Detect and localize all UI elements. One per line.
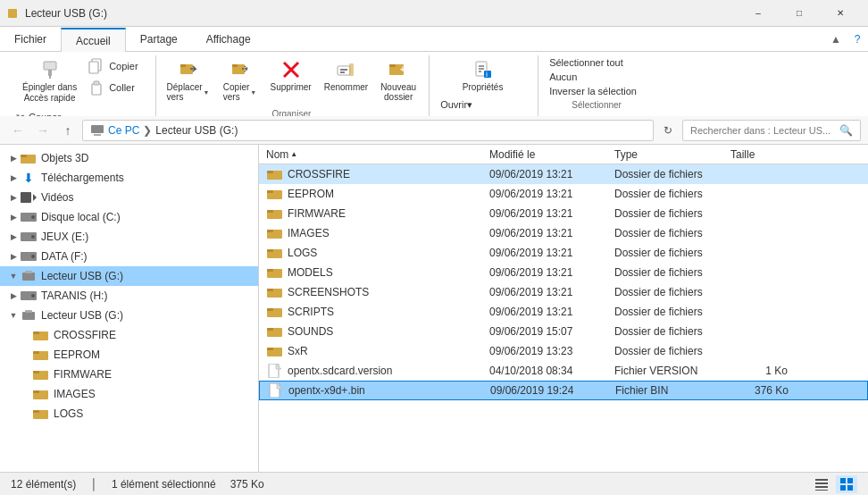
col-header-modified[interactable]: Modifié le bbox=[482, 145, 607, 164]
sidebar-item-logs-tree[interactable]: LOGS bbox=[0, 404, 258, 424]
breadcrumb-cepc[interactable]: Ce PC bbox=[108, 124, 139, 137]
expand-arrow-jeux[interactable]: ▶ bbox=[7, 232, 20, 241]
file-modified: 09/06/2019 13:21 bbox=[482, 168, 607, 180]
nouveau-dossier-button[interactable]: + Nouveaudossier bbox=[375, 55, 421, 105]
table-row[interactable]: CROSSFIRE 09/06/2019 13:21 Dossier de fi… bbox=[259, 164, 868, 184]
table-row[interactable]: IMAGES 09/06/2019 13:21 Dossier de fichi… bbox=[259, 223, 868, 243]
sidebar-item-objets3d[interactable]: ▶ Objets 3D bbox=[0, 148, 258, 168]
tout-selectionner-button[interactable]: Sélectionner tout bbox=[544, 55, 649, 70]
aucun-button[interactable]: Aucun bbox=[544, 70, 649, 84]
coller-button[interactable]: Coller bbox=[84, 77, 141, 98]
table-row[interactable]: MODELS 09/06/2019 13:21 Dossier de fichi… bbox=[259, 263, 868, 282]
deplacer-arrow: ▼ bbox=[204, 89, 210, 96]
tab-affichage[interactable]: Affichage bbox=[192, 27, 265, 51]
file-type: Dossier de fichiers bbox=[607, 227, 723, 239]
expand-arrow-telechargements[interactable]: ▶ bbox=[7, 173, 20, 182]
sidebar-label-telechargements: Téléchargements bbox=[41, 172, 258, 184]
deplacer-label: Déplacervers bbox=[167, 82, 203, 102]
table-row[interactable]: EEPROM 09/06/2019 13:21 Dossier de fichi… bbox=[259, 184, 868, 204]
table-row[interactable]: SxR 09/06/2019 13:23 Dossier de fichiers bbox=[259, 341, 868, 361]
file-name-cell: CROSSFIRE bbox=[259, 167, 482, 181]
minimize-button[interactable]: – bbox=[738, 0, 779, 27]
file-type: Dossier de fichiers bbox=[607, 207, 723, 220]
copy-paste-group: Copier Coller bbox=[84, 55, 141, 107]
sidebar-item-telechargements[interactable]: ▶ ⬇ Téléchargements bbox=[0, 168, 258, 188]
sidebar-item-lecteur-usb[interactable]: ▼ Lecteur USB (G:) bbox=[0, 266, 258, 286]
sidebar-item-eeprom-tree[interactable]: EEPROM bbox=[0, 345, 258, 365]
sidebar-item-lecteur-usb2[interactable]: ▼ Lecteur USB (G:) bbox=[0, 306, 258, 325]
back-button[interactable]: ← bbox=[7, 120, 29, 141]
col-size-label: Taille bbox=[730, 148, 755, 161]
sidebar-item-images-tree[interactable]: IMAGES bbox=[0, 384, 258, 404]
close-button[interactable]: ✕ bbox=[820, 0, 861, 27]
copier-vers-button[interactable]: Copiervers ▼ bbox=[217, 55, 263, 105]
inverser-selection-button[interactable]: Inverser la sélection bbox=[544, 84, 649, 98]
modifier-button[interactable]: Modifier bbox=[435, 113, 530, 116]
file-modified: 09/06/2019 13:21 bbox=[482, 188, 607, 200]
svg-rect-44 bbox=[25, 310, 32, 313]
maximize-button[interactable]: □ bbox=[779, 0, 820, 27]
sidebar-item-videos[interactable]: ▶ Vidéos bbox=[0, 188, 258, 207]
tab-fichier[interactable]: Fichier bbox=[0, 27, 61, 51]
svg-rect-7 bbox=[94, 81, 99, 85]
view-list-button[interactable] bbox=[836, 475, 857, 493]
proprietes-button[interactable]: i Propriétés bbox=[457, 55, 509, 96]
table-row[interactable]: opentx.sdcard.version 04/10/2018 08:34 F… bbox=[259, 361, 868, 381]
expand-arrow-data[interactable]: ▶ bbox=[7, 252, 20, 261]
file-type: Dossier de fichiers bbox=[607, 286, 723, 298]
table-row[interactable]: SCRIPTS 09/06/2019 13:21 Dossier de fich… bbox=[259, 302, 868, 322]
couper-button[interactable]: ✂ Couper bbox=[11, 109, 148, 116]
sidebar-item-taranis[interactable]: ▶ TARANIS (H:) bbox=[0, 286, 258, 306]
renommer-button[interactable]: Renommer bbox=[319, 55, 373, 105]
supprimer-button[interactable]: Supprimer bbox=[265, 55, 317, 105]
up-button[interactable]: ↑ bbox=[57, 120, 79, 141]
file-type: Dossier de fichiers bbox=[607, 247, 723, 259]
table-row[interactable]: LOGS 09/06/2019 13:21 Dossier de fichier… bbox=[259, 243, 868, 263]
expand-arrow-lecteur-usb2[interactable]: ▼ bbox=[7, 311, 20, 320]
ribbon-help-button[interactable]: ? bbox=[847, 29, 868, 50]
search-input[interactable] bbox=[690, 125, 836, 136]
folder-icon bbox=[266, 305, 284, 319]
svg-rect-82 bbox=[815, 490, 828, 491]
sidebar-item-firmware-tree[interactable]: FIRMWARE bbox=[0, 365, 258, 384]
svg-rect-28 bbox=[94, 134, 101, 136]
epingler-button[interactable]: Épingler dansAccès rapide bbox=[17, 55, 82, 107]
video-icon bbox=[20, 190, 38, 205]
forward-button[interactable]: → bbox=[32, 120, 54, 141]
view-details-button[interactable] bbox=[811, 475, 832, 493]
deplacer-button[interactable]: Déplacervers ▼ bbox=[162, 55, 215, 105]
col-header-type[interactable]: Type bbox=[607, 145, 723, 164]
expand-arrow-lecteur-usb[interactable]: ▼ bbox=[7, 272, 20, 281]
copier-button[interactable]: Copier bbox=[84, 55, 141, 77]
file-icon bbox=[267, 383, 285, 398]
search-bar: 🔍 bbox=[682, 120, 861, 141]
tab-partage[interactable]: Partage bbox=[126, 27, 192, 51]
nouveau-dossier-label: Nouveaudossier bbox=[380, 82, 416, 102]
expand-arrow-disque-local[interactable]: ▶ bbox=[7, 213, 20, 222]
expand-arrow-objets3d[interactable]: ▶ bbox=[7, 154, 20, 163]
ribbon-collapse-button[interactable]: ▲ bbox=[825, 29, 847, 50]
sidebar-label-images-tree: IMAGES bbox=[54, 388, 258, 400]
move-icon bbox=[178, 59, 199, 80]
breadcrumb-bar[interactable]: Ce PC ❯ Lecteur USB (G:) bbox=[82, 120, 654, 141]
sidebar-item-disque-local[interactable]: ▶ Disque local (C:) bbox=[0, 207, 258, 227]
sidebar-label-data: DATA (F:) bbox=[41, 250, 258, 263]
breadcrumb-current: Lecteur USB (G:) bbox=[155, 124, 238, 137]
sidebar-item-jeux[interactable]: ▶ JEUX (E:) bbox=[0, 227, 258, 247]
table-row[interactable]: SCREENSHOTS 09/06/2019 13:21 Dossier de … bbox=[259, 282, 868, 302]
sidebar-item-crossfire-tree[interactable]: CROSSFIRE bbox=[0, 325, 258, 345]
svg-marker-32 bbox=[33, 194, 37, 201]
tab-accueil[interactable]: Accueil bbox=[61, 28, 126, 52]
table-row[interactable]: FIRMWARE 09/06/2019 13:21 Dossier de fic… bbox=[259, 204, 868, 223]
svg-rect-74 bbox=[267, 348, 273, 350]
sidebar-item-data[interactable]: ▶ DATA (F:) bbox=[0, 247, 258, 266]
table-row[interactable]: opentx-x9d+.bin 09/06/2019 19:24 Fichier… bbox=[259, 381, 868, 400]
expand-arrow-taranis[interactable]: ▶ bbox=[7, 291, 20, 300]
table-row[interactable]: SOUNDS 09/06/2019 15:07 Dossier de fichi… bbox=[259, 322, 868, 341]
expand-arrow-videos[interactable]: ▶ bbox=[7, 193, 20, 202]
col-header-name[interactable]: Nom ▲ bbox=[259, 145, 482, 164]
ouvrir-dropdown-button[interactable]: Ouvrir▾ bbox=[435, 97, 530, 113]
refresh-button[interactable]: ↻ bbox=[657, 120, 679, 141]
col-header-size[interactable]: Taille bbox=[723, 145, 795, 164]
file-modified: 04/10/2018 08:34 bbox=[482, 365, 607, 377]
